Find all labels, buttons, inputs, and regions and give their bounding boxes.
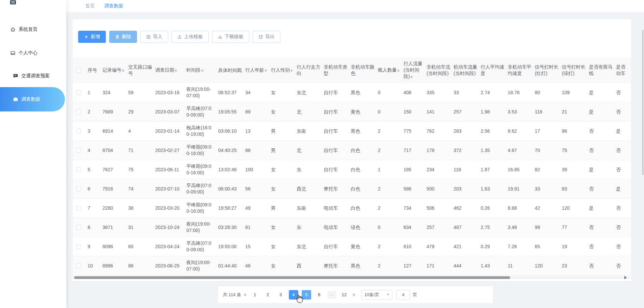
table-cell: 141 (424, 102, 451, 121)
column-header[interactable]: 行人流量(当时间段) (401, 57, 424, 83)
sort-caret-icon[interactable] (122, 68, 124, 74)
scroll-right-arrow-icon[interactable] (624, 276, 628, 279)
sort-caret-icon[interactable] (264, 68, 267, 74)
table-cell: 黑色 (348, 83, 375, 102)
breadcrumb-home[interactable]: 首页 (85, 3, 95, 9)
column-header[interactable]: 载人数量 (375, 57, 401, 83)
window-scrollbar-thumb[interactable] (642, 30, 644, 175)
row-checkbox[interactable] (76, 244, 81, 249)
row-checkbox[interactable] (76, 109, 81, 114)
table-cell: 586 (401, 179, 424, 198)
upload-template-button[interactable]: 上传模板 (171, 31, 209, 43)
row-checkbox[interactable] (76, 186, 81, 191)
table-cell: 203 (451, 179, 478, 198)
sort-caret-icon[interactable] (201, 68, 204, 74)
page-button-6[interactable]: 6 (315, 290, 324, 300)
page-jump-unit: 页 (413, 292, 417, 298)
table-row: 3691442023-01-14晚高峰(16:00-19:00)03:06:10… (73, 122, 631, 141)
table-cell: 421 (451, 237, 478, 256)
column-header[interactable]: 时间段 (184, 57, 215, 83)
table-cell: 89 (243, 102, 268, 121)
table-cell: 13:02:46 (215, 160, 243, 179)
table-cell: 80 (532, 83, 559, 102)
row-checkbox[interactable] (76, 263, 81, 268)
table-cell: 234 (424, 160, 451, 179)
window-scrollbar[interactable] (642, 0, 644, 308)
sort-caret-icon[interactable] (410, 74, 413, 80)
table-cell: 白色 (348, 199, 375, 217)
import-button[interactable]: 导入 (140, 31, 168, 43)
sort-caret-icon[interactable] (397, 68, 400, 74)
page-size-select[interactable]: 10条/页 (361, 290, 392, 300)
page-button-1[interactable]: 1 (250, 290, 260, 300)
sidebar-item-personal-center[interactable]: 个人中心 (0, 45, 66, 61)
delete-button[interactable]: 删除 (109, 31, 137, 43)
table-cell: 2023-01-14 (153, 122, 184, 140)
table-cell: 是 (586, 199, 613, 217)
table-row: 83671312023-10-24夜间(19:00-07:00)03:28:30… (73, 218, 631, 237)
table-cell: 1.87 (478, 160, 505, 179)
table-cell: 06:52:37 (215, 83, 243, 102)
sort-caret-icon[interactable] (290, 68, 293, 74)
table-cell: 白色 (348, 179, 375, 198)
export-button[interactable]: 导出 (253, 31, 280, 43)
sidebar-item-label: 调查数据 (21, 96, 40, 102)
table-cell: 2023-03-18 (153, 83, 184, 102)
page-button-5[interactable]: 5 (302, 290, 311, 300)
column-header[interactable]: 记录编号 (100, 57, 125, 83)
column-header: 信号灯时长(红灯) (532, 57, 559, 83)
table-cell: 男 (268, 122, 294, 140)
download-template-button[interactable]: 下载模板 (212, 31, 249, 43)
row-checkbox[interactable] (76, 225, 81, 230)
page-button-12[interactable]: 12 (340, 290, 349, 300)
row-checkbox[interactable] (76, 90, 81, 95)
table-cell: 早高峰(07:00-09:00) (184, 179, 215, 198)
table-cell: 早高峰(07:00-09:00) (184, 102, 215, 121)
row-checkbox[interactable] (76, 206, 81, 210)
pagination-next-button[interactable]: > (351, 292, 358, 297)
table-cell: 257 (451, 102, 478, 121)
table-cell: 否 (613, 218, 631, 237)
page-jump-input[interactable]: 4 (396, 290, 410, 300)
column-header[interactable]: 行人年龄 (243, 57, 268, 83)
page-button-4[interactable]: 4 (289, 290, 298, 300)
table-cell: 120 (559, 199, 586, 217)
row-checkbox[interactable] (76, 167, 81, 172)
table-cell: 绿色 (348, 218, 375, 237)
horizontal-scrollbar-thumb[interactable] (74, 276, 510, 279)
row-checkbox[interactable] (76, 148, 81, 153)
horizontal-scrollbar[interactable] (73, 276, 630, 279)
table-cell: 女 (268, 102, 294, 121)
table-cell: 摩托车 (321, 256, 348, 275)
table-cell: 03:28:30 (215, 218, 243, 237)
breadcrumb-current[interactable]: 调查数据 (104, 3, 123, 9)
table-cell: 西北 (294, 179, 321, 198)
table-cell: 77 (559, 218, 586, 237)
row-checkbox[interactable] (76, 129, 81, 133)
table-cell: 283 (451, 122, 478, 140)
column-header: 非机动车平均速度 (505, 57, 532, 83)
column-header[interactable]: 行人性别 (268, 57, 294, 83)
table-cell: 7916 (100, 179, 125, 198)
sidebar-item-survey-data[interactable]: 调查数据 (0, 87, 65, 111)
pagination-prev-button[interactable]: < (242, 292, 249, 297)
table-cell: 29 (125, 102, 153, 121)
table-cell: 3.48 (505, 218, 532, 237)
table-cell: 否 (613, 160, 631, 179)
add-button[interactable]: 新增 (78, 31, 106, 43)
table-cell: 否 (613, 199, 631, 217)
column-header[interactable]: 调查日期 (153, 57, 184, 83)
sort-caret-icon[interactable] (175, 68, 177, 74)
upload-icon (177, 34, 182, 39)
page-button-2[interactable]: 2 (263, 290, 273, 300)
column-header-label: 非机动车流(当时间段) (427, 64, 450, 77)
table-cell: 2023-07-10 (153, 179, 184, 198)
table-cell: 3 (85, 122, 100, 140)
pagination-ellipsis[interactable]: ··· (327, 291, 336, 299)
table-cell: 257 (424, 218, 451, 237)
sidebar-item-system-home[interactable]: 系统首页 (0, 21, 66, 38)
export-icon (258, 34, 263, 39)
select-all-checkbox[interactable] (76, 68, 81, 73)
sidebar-item-traffic-survey-plan[interactable]: 交通调查预案 (0, 68, 66, 84)
page-button-3[interactable]: 3 (276, 290, 285, 300)
